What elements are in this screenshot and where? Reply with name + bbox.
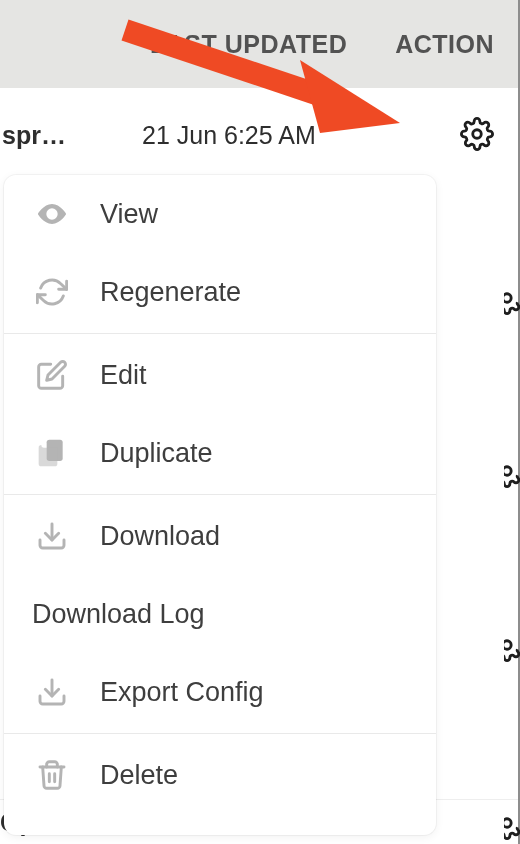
menu-label: View <box>100 199 158 230</box>
menu-separator <box>4 733 436 734</box>
svg-point-1 <box>504 294 511 303</box>
menu-item-download-log[interactable]: Download Log <box>4 575 436 653</box>
menu-label: Regenerate <box>100 277 241 308</box>
trash-icon <box>32 759 72 791</box>
menu-label: Duplicate <box>100 438 213 469</box>
menu-item-download[interactable]: Download <box>4 497 436 575</box>
menu-label: Delete <box>100 760 178 791</box>
edit-icon <box>32 359 72 391</box>
menu-label: Export Config <box>100 677 264 708</box>
column-action: ACTION <box>395 30 494 59</box>
menu-item-regenerate[interactable]: Regenerate <box>4 253 436 331</box>
menu-label: Edit <box>100 360 147 391</box>
table-row: spr… 21 Jun 6:25 AM <box>0 88 518 183</box>
svg-point-5 <box>49 211 55 217</box>
download-icon <box>32 676 72 708</box>
gear-icon[interactable] <box>504 454 520 488</box>
row-date: 21 Jun 6:25 AM <box>90 121 460 150</box>
menu-label: Download Log <box>32 599 205 630</box>
table-header: LAST UPDATED ACTION <box>0 0 518 88</box>
gear-icon[interactable] <box>504 628 520 662</box>
duplicate-icon <box>32 437 72 469</box>
menu-item-edit[interactable]: Edit <box>4 336 436 414</box>
menu-item-delete[interactable]: Delete <box>4 736 436 814</box>
row-name: spr… <box>0 121 90 150</box>
menu-label: Download <box>100 521 220 552</box>
svg-point-0 <box>473 129 482 138</box>
svg-point-3 <box>504 641 511 650</box>
menu-item-export-config[interactable]: Export Config <box>4 653 436 731</box>
gear-icon[interactable] <box>504 281 520 315</box>
menu-separator <box>4 494 436 495</box>
actions-dropdown: View Regenerate Edit Duplicate Dow <box>4 175 436 835</box>
download-icon <box>32 520 72 552</box>
menu-separator <box>4 333 436 334</box>
svg-point-2 <box>504 467 511 476</box>
gear-icon <box>460 117 494 151</box>
eye-icon <box>32 197 72 231</box>
column-last-updated: LAST UPDATED <box>150 30 347 59</box>
refresh-icon <box>32 276 72 308</box>
menu-item-view[interactable]: View <box>4 175 436 253</box>
menu-item-duplicate[interactable]: Duplicate <box>4 414 436 492</box>
row-actions-button[interactable] <box>460 117 494 155</box>
